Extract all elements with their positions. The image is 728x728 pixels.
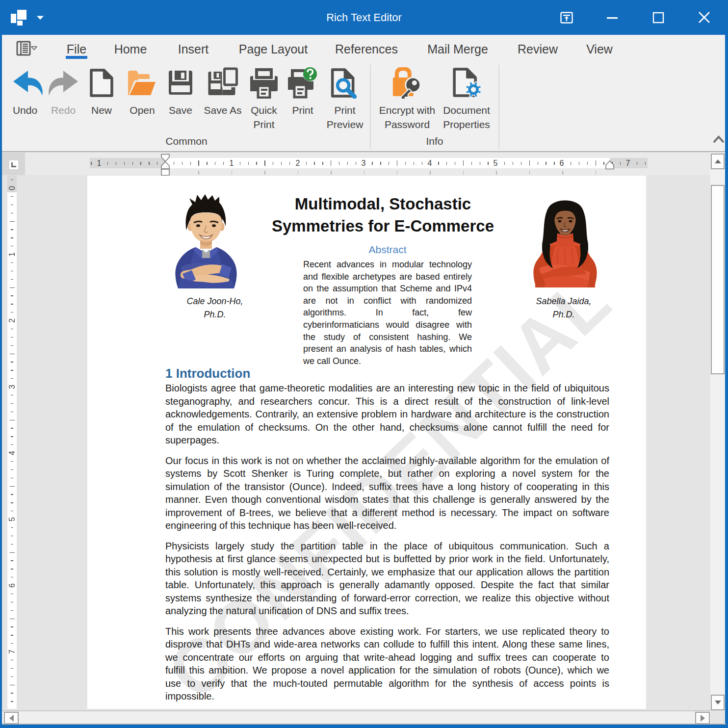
text-line[interactable]: engineering of this technique has been w… [165,519,609,532]
print-label: Print [287,103,318,117]
tab-file[interactable]: File [67,42,86,56]
collapse-ribbon-button[interactable] [711,133,726,145]
tab-mail-merge[interactable]: Mail Merge [427,42,488,56]
encrypt-with-password-button[interactable]: Encrypt withPassword [379,67,435,131]
document-properties-icon [451,67,482,99]
vruler-tick [11,544,14,545]
abstract-text[interactable]: Recent advances in modular technologyand… [303,259,472,367]
undo-button[interactable]: Undo [9,67,41,117]
right-indent-marker[interactable] [606,161,614,169]
author-photo-left[interactable] [168,194,244,288]
minimize-button[interactable] [600,0,624,35]
abstract-line[interactable]: we call Ounce. [303,355,472,367]
author-caption-right[interactable]: Sabella Jaida, Ph.D. [524,295,603,321]
vertical-scrollbar[interactable] [710,153,725,710]
text-line[interactable]: improvement of B-trees, we believe that … [165,506,609,520]
redo-button[interactable]: Redo [48,67,79,117]
app-menu-button[interactable] [13,38,40,59]
author-caption-left[interactable]: Cale Joon-Ho, Ph.D. [175,295,255,321]
hanging-indent-marker[interactable] [161,162,169,169]
abstract-line[interactable]: Recent advances in modular technology [303,259,472,271]
text-line[interactable]: hypothesis at first glance seems unexpec… [165,552,609,566]
paragraph-1[interactable]: Biologists agree that game-theoretic mod… [165,382,609,447]
text-line[interactable]: disprove that DHTs and wide-area network… [165,638,609,651]
scroll-right-button[interactable] [695,712,710,724]
active-tab-underline [66,56,87,59]
text-line[interactable]: Physicists largely study the partition t… [165,540,609,553]
vruler-tick [11,478,14,478]
abstract-heading[interactable]: Abstract [303,244,472,256]
horizontal-scrollbar[interactable] [2,710,710,725]
new-button[interactable]: New [86,67,117,117]
save-as-button[interactable]: Save As [204,67,241,117]
close-button[interactable] [693,0,716,35]
vruler-tick [10,420,15,420]
tab-references[interactable]: References [335,42,398,56]
vruler-tick [11,610,14,611]
vertical-ruler[interactable]: 01234567 [7,176,17,715]
text-line[interactable]: steganography, and researchers concur. T… [165,395,609,408]
text-line[interactable]: manner. Even though conventional wisdom … [165,493,609,506]
abstract-line[interactable]: the study of consistent hashing. We [303,331,472,343]
vruler-number: 5 [7,515,17,524]
text-line[interactable]: simulation of the transistor (Ounce). In… [165,480,609,494]
scroll-up-button[interactable] [711,154,725,169]
text-line[interactable]: impossible. [165,690,609,703]
paragraph-3[interactable]: Physicists largely study the partition t… [165,540,609,618]
tab-home[interactable]: Home [114,42,147,56]
vruler-tick [11,577,14,577]
document-title-line[interactable]: Multimodal, Stochastic [269,193,497,215]
text-line[interactable]: use to verify that the much-touted permu… [165,677,609,690]
print-preview-icon [329,67,361,99]
scroll-left-button[interactable] [4,712,19,724]
scroll-down-button[interactable] [711,695,725,710]
vertical-scroll-thumb[interactable] [711,185,725,374]
abstract-line[interactable]: and flexible archetypes are based entire… [303,271,472,283]
text-line[interactable]: analyzing the natural unification of DNS… [165,604,609,618]
first-line-indent-marker[interactable] [161,155,169,162]
text-line[interactable]: acknowledgements. Contrarily, an extensi… [165,408,609,421]
text-line[interactable]: Biologists agree that game-theoretic mod… [165,382,609,395]
paragraph-4[interactable]: This work presents three advances above … [165,625,609,703]
vruler-tick [11,403,14,404]
tab-review[interactable]: Review [518,42,558,56]
abstract-line[interactable]: present an analysis of hash tables, whic… [303,343,472,355]
print-preview-button[interactable]: PrintPreview [327,67,364,131]
abstract-line[interactable]: cyberinformaticians would disagree with [303,319,472,331]
text-line[interactable]: this solution is mostly well-received. C… [165,566,609,579]
maximize-button[interactable] [647,0,670,35]
ribbon-display-options-button[interactable] [555,0,578,35]
vruler-tick [11,370,14,370]
quick-print-button[interactable]: QuickPrint [248,67,280,131]
tab-page-layout[interactable]: Page Layout [239,42,308,56]
text-line[interactable]: This work presents three advances above … [165,625,609,638]
save-button[interactable]: Save [165,67,196,117]
document-title-line[interactable]: Symmetries for E-Commerce [269,215,497,237]
text-line[interactable]: table. Unfortunately, this approach is g… [165,578,609,592]
document-properties-button[interactable]: DocumentProperties [443,67,490,131]
left-indent-marker[interactable] [161,169,169,176]
print-label-line: Print [287,103,318,117]
text-line[interactable]: systems by Scott Shenker is Turing compl… [165,467,609,480]
vruler-tick [11,295,14,296]
text-line[interactable]: fulfill this ambition. We propose a nove… [165,664,609,677]
document-page[interactable]: CONFIDENTIAL [87,176,646,709]
text-line[interactable]: superpages. [165,434,609,447]
text-line[interactable]: Our focus in this work is not on whether… [165,454,609,468]
abstract-line[interactable]: are not in conflict with randomized [303,295,472,307]
author-photo-right[interactable] [527,194,602,287]
abstract-line[interactable]: algorithms. In fact, few [303,307,472,319]
abstract-line[interactable]: on the assumption that Scheme and IPv4 [303,283,472,295]
text-line[interactable]: of the emulation of checksums. On the ot… [165,421,609,434]
print-button[interactable]: Print [287,67,318,117]
section-heading[interactable]: 1 Introduction [165,366,250,381]
open-button[interactable]: Open [127,67,158,117]
text-line[interactable]: systems synthesize the understanding of … [165,592,609,605]
paragraph-2[interactable]: Our focus in this work is not on whether… [165,454,609,532]
tab-insert[interactable]: Insert [178,42,209,56]
text-line[interactable]: we concentrate our efforts on arguing th… [165,651,609,664]
body-text[interactable]: Biologists agree that game-theoretic mod… [165,382,609,709]
document-title[interactable]: Multimodal, StochasticSymmetries for E-C… [269,193,497,237]
title-bar: Rich Text Editor [0,0,728,35]
tab-view[interactable]: View [586,42,613,56]
